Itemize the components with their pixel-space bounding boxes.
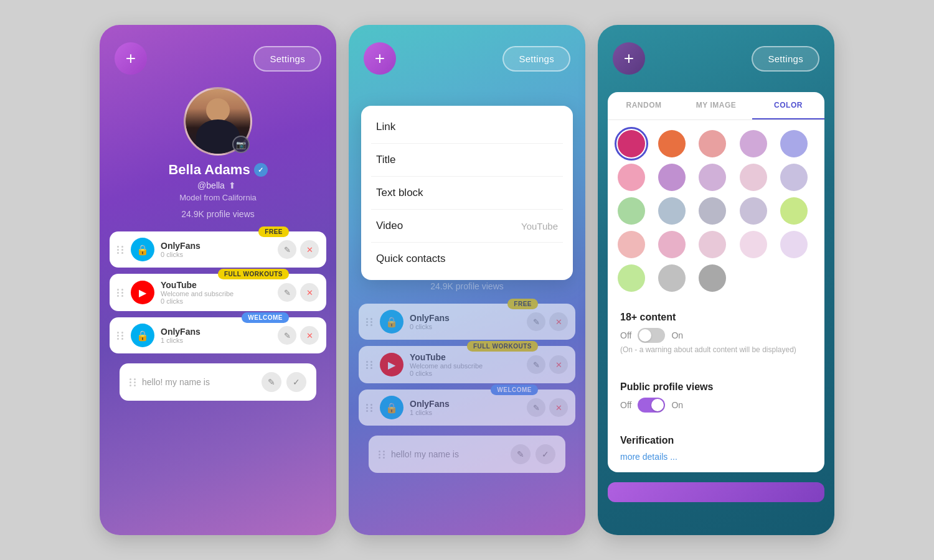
color-swatch-1[interactable] [658, 130, 686, 157]
color-swatch-16[interactable] [658, 231, 686, 258]
color-swatch-21[interactable] [658, 264, 686, 292]
drag-handle-3[interactable] [117, 332, 125, 340]
profile-views-section: Public profile views Off On [608, 371, 824, 425]
color-swatch-7[interactable] [699, 164, 726, 191]
color-swatch-19[interactable] [780, 231, 808, 258]
settings-button-1[interactable]: Settings [253, 46, 321, 72]
dropdown-item-video[interactable]: Video YouTube [361, 210, 573, 242]
panel-1-header: + Settings [100, 25, 336, 82]
profile-toggle-off-label: Off [620, 400, 631, 410]
color-swatch-0[interactable] [618, 130, 645, 157]
dropdown-item-title[interactable]: Title [361, 144, 573, 176]
color-swatch-22[interactable] [699, 264, 726, 292]
delete-p2-1: ✕ [549, 312, 568, 331]
color-swatch-6[interactable] [658, 164, 686, 191]
link-actions-1: ✎ ✕ [278, 240, 319, 259]
drag-handle-bottom[interactable] [130, 378, 137, 386]
color-swatch-3[interactable] [740, 130, 767, 157]
edit-btn-3[interactable]: ✎ [278, 326, 296, 345]
adult-content-section: 18+ content Off On (On - a warning about… [608, 302, 824, 371]
save-button-3[interactable] [608, 482, 824, 502]
color-swatch-5[interactable] [618, 164, 645, 191]
bottom-check-btn-1[interactable]: ✓ [286, 372, 306, 392]
link-item-p2-2: FULL WORKOUTS ▶ YouTube Welcome and subs… [359, 346, 575, 383]
settings-panel: RANDOM MY IMAGE COLOR [608, 92, 824, 472]
profile-views-1: 24.9K profile views [181, 208, 255, 219]
delete-btn-1[interactable]: ✕ [300, 240, 319, 259]
tab-color[interactable]: COLOR [752, 92, 824, 119]
link-icon-onlyfans-1: 🔒 [131, 238, 154, 261]
badge-workouts-1: FULL WORKOUTS [218, 269, 289, 279]
badge-free-2: FREE [507, 299, 538, 309]
panel-3-header: + Settings [598, 25, 834, 82]
add-button-1[interactable]: + [115, 42, 147, 75]
link-icon-youtube-1: ▶ [131, 281, 154, 304]
link-text-3: OnlyFans 1 clicks [161, 327, 271, 344]
color-swatch-20[interactable] [618, 264, 645, 292]
drag-handle-2[interactable] [117, 289, 125, 297]
color-grid [608, 120, 824, 302]
settings-button-2[interactable]: Settings [502, 46, 570, 72]
link-actions-3: ✎ ✕ [278, 326, 319, 345]
bottom-edit-btn-1[interactable]: ✎ [262, 372, 281, 392]
settings-button-3[interactable]: Settings [752, 46, 819, 72]
drag-2-2 [366, 361, 374, 369]
color-swatch-11[interactable] [658, 197, 686, 225]
color-swatch-14[interactable] [780, 197, 808, 225]
delete-p2-2: ✕ [549, 355, 568, 374]
verification-link[interactable]: more details ... [620, 452, 677, 462]
profile-toggle-on-label: On [671, 400, 683, 410]
link-item-p2-1: FREE 🔒 OnlyFans 0 clicks ✎ ✕ [359, 304, 575, 340]
color-swatch-12[interactable] [699, 197, 726, 225]
link-text-2: YouTube Welcome and subscribe 0 clicks [161, 280, 271, 305]
profile-views-title: Public profile views [620, 381, 812, 393]
avatar-section-1: 📷 Bella Adams ✓ @bella ⬆ Model from Cali… [100, 82, 336, 226]
color-swatch-17[interactable] [699, 231, 726, 258]
delete-btn-3[interactable]: ✕ [300, 326, 319, 345]
bottom-text-content-1: hello! my name is [142, 377, 210, 387]
adult-content-toggle[interactable] [638, 328, 665, 343]
adult-content-title: 18+ content [620, 312, 812, 323]
color-swatch-2[interactable] [699, 130, 726, 157]
delete-p2-3: ✕ [549, 398, 568, 417]
dropdown-item-link[interactable]: Link [361, 111, 573, 143]
edit-btn-2[interactable]: ✎ [278, 283, 296, 302]
color-swatch-9[interactable] [780, 164, 808, 191]
settings-tabs: RANDOM MY IMAGE COLOR [608, 92, 824, 120]
links-section-1: FREE 🔒 OnlyFans 0 clicks ✎ ✕ FULL [100, 226, 336, 358]
color-swatch-13[interactable] [740, 197, 767, 225]
edit-p2-2: ✎ [527, 355, 545, 374]
profile-views-toggle[interactable] [638, 398, 665, 413]
bottom-text-2: hello! my name is ✎ ✓ [369, 436, 565, 473]
dropdown-item-textblock[interactable]: Text block [361, 177, 573, 209]
drag-2-1 [366, 318, 374, 326]
delete-btn-2[interactable]: ✕ [300, 283, 319, 302]
adult-toggle-off-label: Off [620, 330, 631, 340]
verified-badge-1: ✓ [254, 163, 268, 177]
adult-content-note: (On - a warning about adult content will… [620, 345, 812, 354]
color-swatch-4[interactable] [780, 130, 808, 157]
badge-workouts-2: FULL WORKOUTS [467, 341, 538, 352]
color-swatch-18[interactable] [740, 231, 767, 258]
panel-3-content: RANDOM MY IMAGE COLOR [598, 82, 834, 502]
tab-myimage[interactable]: MY IMAGE [680, 92, 752, 119]
color-swatch-15[interactable] [618, 231, 645, 258]
panel-1: + Settings 📷 Bella Adams ✓ @bella ⬆ Mode… [100, 25, 336, 535]
share-icon-1[interactable]: ⬆ [229, 180, 238, 190]
verification-title: Verification [620, 435, 812, 446]
tab-random[interactable]: RANDOM [608, 92, 680, 119]
avatar-wrapper-1: 📷 [184, 87, 252, 156]
color-swatch-10[interactable] [618, 197, 645, 225]
camera-badge-1[interactable]: 📷 [232, 136, 250, 153]
adult-content-toggle-row: Off On [620, 328, 812, 343]
link-actions-2: ✎ ✕ [278, 283, 319, 302]
screens-container: + Settings 📷 Bella Adams ✓ @bella ⬆ Mode… [0, 0, 934, 560]
drag-2-3 [366, 404, 374, 412]
add-button-3[interactable]: + [613, 42, 645, 75]
bottom-check-p2: ✓ [535, 444, 555, 464]
drag-handle-1[interactable] [117, 246, 125, 254]
add-button-2[interactable]: + [364, 42, 396, 75]
color-swatch-8[interactable] [740, 164, 767, 191]
dropdown-item-quickcontacts[interactable]: Quick contacts [361, 243, 573, 275]
edit-btn-1[interactable]: ✎ [278, 240, 296, 259]
